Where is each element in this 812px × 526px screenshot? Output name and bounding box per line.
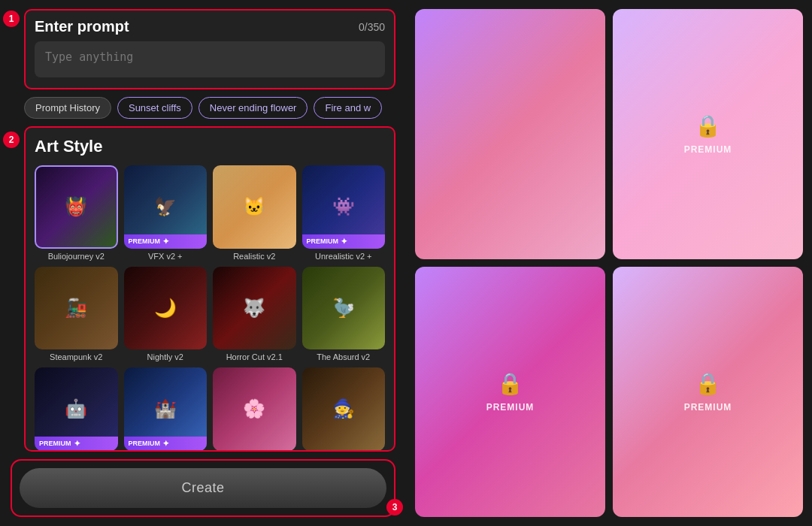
premium-label-3: PREMIUM <box>486 402 535 413</box>
right-panel: 🔒 PREMIUM 🔒 PREMIUM 🔒 PREMIUM <box>406 0 812 526</box>
art-label-steampunk: Steampunk v2 <box>50 352 102 361</box>
premium-badge-unrealistic: PREMIUM ✦ <box>302 234 386 249</box>
art-thumb-horror-cut: 🐺 <box>213 267 296 350</box>
preview-card-3: 🔒 PREMIUM <box>415 267 605 517</box>
chip-flower[interactable]: Never ending flower <box>198 97 308 119</box>
art-item-nightly[interactable]: 🌙 Nightly v2 <box>124 267 208 362</box>
lock-icon-4: 🔒 <box>695 371 721 396</box>
prompt-header: Enter prompt 0/350 <box>35 18 385 35</box>
art-item-buliojourney[interactable]: 👹 Buliojourney v2 <box>35 165 118 261</box>
step-2-indicator: 2 <box>3 132 20 148</box>
art-thumb-illustrated: 🏰 PREMIUM ✦ <box>124 367 208 451</box>
art-thumb-vfx: 🦅 PREMIUM ✦ <box>124 165 208 249</box>
art-item-horror2[interactable]: 🧙 Horror v2 <box>302 367 386 452</box>
art-item-figure[interactable]: 🤖 PREMIUM ✦ Figure v2 + <box>35 367 118 452</box>
art-item-absurd[interactable]: 🦤 The Absurd v2 <box>302 267 386 362</box>
preview-card-1 <box>415 9 605 259</box>
art-thumb-nightly: 🌙 <box>124 267 208 350</box>
art-label-buliojourney: Buliojourney v2 <box>48 252 105 261</box>
art-thumb-unrealistic: 👾 PREMIUM ✦ <box>302 165 386 249</box>
premium-badge-vfx: PREMIUM ✦ <box>124 234 208 249</box>
chip-sunset[interactable]: Sunset cliffs <box>117 97 192 119</box>
art-thumb-realistic: 🐱 <box>213 165 296 249</box>
art-label-vfx: VFX v2 + <box>148 252 183 261</box>
prompt-input[interactable] <box>35 41 385 77</box>
art-item-horror-cut[interactable]: 🐺 Horror Cut v2.1 <box>213 267 296 362</box>
prompt-title: Enter prompt <box>35 18 129 35</box>
art-item-realistic[interactable]: 🐱 Realistic v2 <box>213 165 296 261</box>
chip-fire[interactable]: Fire and w <box>314 97 382 119</box>
preview-card-2: 🔒 PREMIUM <box>613 9 803 259</box>
premium-badge-illustrated: PREMIUM ✦ <box>124 437 208 451</box>
premium-label-4: PREMIUM <box>684 402 732 413</box>
art-label-horror-cut: Horror Cut v2.1 <box>226 352 283 361</box>
prompt-section: Enter prompt 0/350 <box>24 9 395 89</box>
art-item-steampunk[interactable]: 🚂 Steampunk v2 <box>35 267 118 362</box>
chips-row: Prompt History Sunset cliffs Never endin… <box>24 97 395 119</box>
step-3-indicator: 3 <box>386 499 403 515</box>
art-style-grid: 👹 Buliojourney v2 🦅 PREMIUM ✦ VFX v2 + 🐱 <box>35 165 385 452</box>
premium-badge-figure: PREMIUM ✦ <box>35 437 118 451</box>
step-1-indicator: 1 <box>3 11 20 27</box>
prompt-history-chip[interactable]: Prompt History <box>24 97 111 119</box>
art-item-vfx[interactable]: 🦅 PREMIUM ✦ VFX v2 + <box>124 165 208 261</box>
art-thumb-absurd: 🦤 <box>302 267 386 350</box>
art-item-unrealistic[interactable]: 👾 PREMIUM ✦ Unrealistic v2 + <box>302 165 386 261</box>
art-label-unrealistic: Unrealistic v2 + <box>315 252 372 261</box>
art-style-title: Art Style <box>35 137 385 156</box>
art-thumb-horror2: 🧙 <box>302 367 386 451</box>
art-item-flora[interactable]: 🌸 Flora v2 <box>213 367 296 452</box>
create-button[interactable]: Create <box>20 468 386 508</box>
create-wrapper: Create <box>11 459 395 517</box>
art-label-realistic: Realistic v2 <box>233 252 275 261</box>
preview-card-4: 🔒 PREMIUM <box>613 267 803 517</box>
lock-icon-2: 🔒 <box>695 113 721 138</box>
art-label-absurd: The Absurd v2 <box>317 352 370 361</box>
art-thumb-steampunk: 🚂 <box>35 267 118 350</box>
prompt-counter: 0/350 <box>359 21 385 33</box>
premium-label-2: PREMIUM <box>684 144 732 155</box>
art-thumb-buliojourney: 👹 <box>35 165 118 249</box>
art-style-section: Art Style 👹 Buliojourney v2 🦅 PREMIUM ✦ … <box>24 126 395 452</box>
art-thumb-flora: 🌸 <box>213 367 296 451</box>
art-thumb-figure: 🤖 PREMIUM ✦ <box>35 367 118 451</box>
art-label-nightly: Nightly v2 <box>147 352 183 361</box>
left-panel: 1 Enter prompt 0/350 Prompt History Suns… <box>0 0 406 526</box>
lock-icon-3: 🔒 <box>497 371 523 396</box>
art-item-illustrated[interactable]: 🏰 PREMIUM ✦ Illustrated v2 + <box>124 367 208 452</box>
